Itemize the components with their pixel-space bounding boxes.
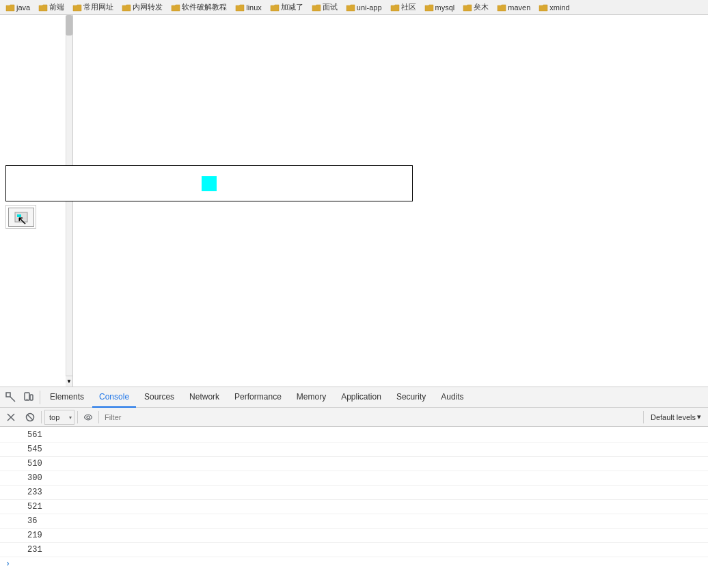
tab-sources[interactable]: Sources [137, 387, 181, 408]
preserve-log-button[interactable] [22, 409, 38, 425]
tab-audits[interactable]: Audits [434, 387, 470, 408]
console-filter-input[interactable] [102, 410, 640, 425]
devtools-secondary-toolbar: top ▾ Default levels ▾ [0, 408, 708, 427]
bookmark-item-qianduan[interactable]: 前端 [36, 1, 67, 13]
scrollbar-thumb[interactable] [66, 15, 72, 36]
devtools-toolbar: Elements Console Sources Network Perform… [0, 387, 708, 408]
levels-dropdown-arrow: ▾ [697, 412, 701, 421]
bookmark-item-changyong[interactable]: 常用网址 [70, 1, 116, 13]
bookmark-item-xmind[interactable]: xmind [536, 3, 572, 12]
devtools-panel: Elements Console Sources Network Perform… [0, 387, 708, 588]
bookmark-item-maven[interactable]: maven [494, 3, 533, 12]
bookmark-item-jiajian[interactable]: 加减了 [267, 1, 306, 13]
bookmarks-bar: java 前端 常用网址 内网转发 软件破解教程 linux 加减了 [0, 0, 708, 15]
context-selector[interactable]: top [44, 410, 74, 425]
console-line-8: 219 [0, 529, 708, 543]
main-content: ▲ ▼ ↖ [0, 15, 708, 387]
cyan-square [202, 176, 217, 191]
toolbar-separator-1 [40, 391, 40, 404]
bookmark-item-yimu[interactable]: 矣木 [460, 1, 491, 13]
bookmark-item-java[interactable]: java [3, 3, 33, 12]
secondary-toolbar-separator [41, 411, 42, 423]
console-prompt-arrow: › [5, 558, 10, 570]
console-line-5: 233 [0, 486, 708, 500]
console-prompt[interactable]: › [0, 557, 708, 571]
bookmark-item-linux[interactable]: linux [232, 3, 264, 12]
eye-button[interactable] [81, 410, 96, 425]
svg-rect-3 [6, 393, 10, 397]
secondary-toolbar-separator-4 [643, 411, 644, 423]
console-line-3: 510 [0, 457, 708, 471]
tab-network[interactable]: Network [182, 387, 226, 408]
console-output: 561 545 510 300 233 521 36 219 231 › [0, 427, 708, 588]
inspect-element-button[interactable] [3, 389, 19, 406]
secondary-toolbar-separator-3 [98, 411, 99, 423]
svg-point-7 [27, 398, 28, 400]
drag-cursor-indicator: ↖ [17, 213, 27, 228]
bookmark-item-mysql[interactable]: mysql [422, 3, 458, 12]
clear-icon [6, 412, 16, 422]
svg-line-4 [10, 397, 15, 402]
console-line-6: 521 [0, 500, 708, 514]
console-line-9: 231 [0, 543, 708, 557]
svg-rect-6 [30, 395, 33, 400]
tab-elements[interactable]: Elements [43, 387, 91, 408]
svg-line-11 [27, 415, 33, 420]
svg-point-12 [87, 416, 90, 419]
scrollbar-down-arrow[interactable]: ▼ [66, 376, 72, 387]
bookmark-item-uniapp[interactable]: uni-app [343, 3, 385, 12]
bookmark-item-neiwang[interactable]: 内网转发 [119, 1, 165, 13]
console-line-1: 561 [0, 428, 708, 443]
block-icon [25, 412, 35, 422]
bookmark-item-shequ[interactable]: 社区 [387, 1, 419, 13]
tab-memory[interactable]: Memory [290, 387, 333, 408]
default-levels-button[interactable]: Default levels ▾ [646, 411, 705, 423]
tab-security[interactable]: Security [390, 387, 433, 408]
console-line-7: 36 [0, 514, 708, 529]
inspect-icon [5, 392, 16, 403]
tab-performance[interactable]: Performance [228, 387, 288, 408]
tab-console[interactable]: Console [92, 387, 136, 408]
bookmark-item-mianshi[interactable]: 面试 [309, 1, 340, 13]
context-selector-wrapper[interactable]: top ▾ [44, 410, 74, 425]
device-toolbar-button[interactable] [21, 389, 37, 406]
tab-application[interactable]: Application [334, 387, 388, 408]
eye-icon [83, 414, 93, 421]
device-icon [23, 392, 34, 403]
console-line-2: 545 [0, 443, 708, 457]
preview-box [5, 165, 413, 201]
secondary-toolbar-separator-2 [77, 411, 78, 423]
clear-console-button[interactable] [3, 409, 19, 425]
console-prompt-input[interactable] [13, 558, 703, 570]
console-line-4: 300 [0, 471, 708, 486]
bookmark-item-ruanjian[interactable]: 软件破解教程 [168, 1, 230, 13]
